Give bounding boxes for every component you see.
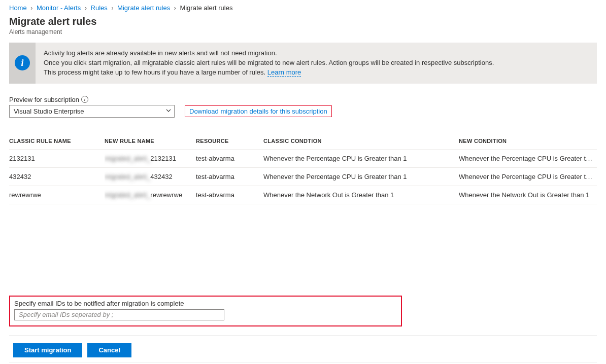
table-row[interactable]: 432432 migrated_alert_432432 test-abvarm… xyxy=(9,167,597,186)
chevron-right-icon: › xyxy=(109,5,115,12)
download-migration-details-link[interactable]: Download migration details for this subs… xyxy=(185,105,332,117)
cell-classic-rule: rewrewrwe xyxy=(9,186,105,204)
learn-more-link[interactable]: Learn more xyxy=(267,68,301,77)
cell-new-cond: Whenever the Percentage CPU is Greater t… xyxy=(459,167,597,186)
col-new-rule[interactable]: NEW RULE NAME xyxy=(105,133,196,150)
cell-resource: test-abvarma xyxy=(196,186,263,204)
breadcrumb-current: Migrate alert rules xyxy=(180,4,232,12)
cell-new-cond: Whenever the Percentage CPU is Greater t… xyxy=(459,149,597,167)
subscription-select[interactable]: Visual Studio Enterprise xyxy=(9,105,175,118)
page-subtitle: Alerts management xyxy=(9,28,597,35)
cell-classic-rule: 432432 xyxy=(9,167,105,186)
divider xyxy=(9,336,597,336)
subscription-label: Preview for subscription xyxy=(9,96,79,103)
breadcrumb-home[interactable]: Home xyxy=(9,4,27,12)
cell-classic-cond: Whenever the Percentage CPU is Greater t… xyxy=(263,149,459,167)
cell-classic-rule: 2132131 xyxy=(9,149,105,167)
col-classic-condition[interactable]: CLASSIC CONDTION xyxy=(263,133,459,150)
breadcrumb-migrate-1[interactable]: Migrate alert rules xyxy=(117,4,170,12)
table-row[interactable]: rewrewrwe migrated_alert_rewrewrwe test-… xyxy=(9,186,597,204)
cell-classic-cond: Whenever the Percentage CPU is Greater t… xyxy=(263,167,459,186)
cell-classic-cond: Whenever the Network Out is Greater than… xyxy=(263,186,459,204)
email-input[interactable] xyxy=(14,309,224,320)
breadcrumb: Home › Monitor - Alerts › Rules › Migrat… xyxy=(9,3,597,16)
cell-resource: test-abvarma xyxy=(196,149,263,167)
chevron-right-icon: › xyxy=(83,5,89,12)
col-resource[interactable]: RESOURCE xyxy=(196,133,263,150)
info-banner: i Activity log alerts are already availa… xyxy=(9,43,597,84)
email-notify-block: Specify email IDs to be notified after m… xyxy=(9,296,402,326)
cell-new-cond: Whenever the Network Out is Greater than… xyxy=(459,186,597,204)
info-tooltip-icon[interactable]: i xyxy=(81,96,88,103)
chevron-right-icon: › xyxy=(28,5,35,12)
cancel-button[interactable]: Cancel xyxy=(87,343,131,357)
info-line2: Once you click start migration, all migr… xyxy=(44,59,494,66)
rules-table: CLASSIC RULE NAME NEW RULE NAME RESOURCE… xyxy=(9,133,597,204)
info-line3: This process might take up to few hours … xyxy=(44,68,265,76)
horizontal-scrollbar[interactable]: ◂ xyxy=(9,362,597,364)
info-line1: Activity log alerts are already availabl… xyxy=(44,49,277,57)
cell-resource: test-abvarma xyxy=(196,167,263,186)
breadcrumb-monitor-alerts[interactable]: Monitor - Alerts xyxy=(37,4,81,12)
col-new-condition[interactable]: NEW CONDITION xyxy=(459,133,597,150)
table-row[interactable]: 2132131 migrated_alert_2132131 test-abva… xyxy=(9,149,597,167)
email-label: Specify email IDs to be notified after m… xyxy=(14,300,396,307)
info-icon: i xyxy=(15,55,30,70)
cell-new-rule: migrated_alert_2132131 xyxy=(105,149,196,167)
cell-new-rule: migrated_alert_rewrewrwe xyxy=(105,186,196,204)
cell-new-rule: migrated_alert_432432 xyxy=(105,167,196,186)
start-migration-button[interactable]: Start migration xyxy=(13,343,82,357)
page-title: Migrate alert rules xyxy=(9,16,597,27)
chevron-right-icon: › xyxy=(172,5,178,12)
breadcrumb-rules[interactable]: Rules xyxy=(91,4,108,12)
col-classic-rule[interactable]: CLASSIC RULE NAME xyxy=(9,133,105,150)
